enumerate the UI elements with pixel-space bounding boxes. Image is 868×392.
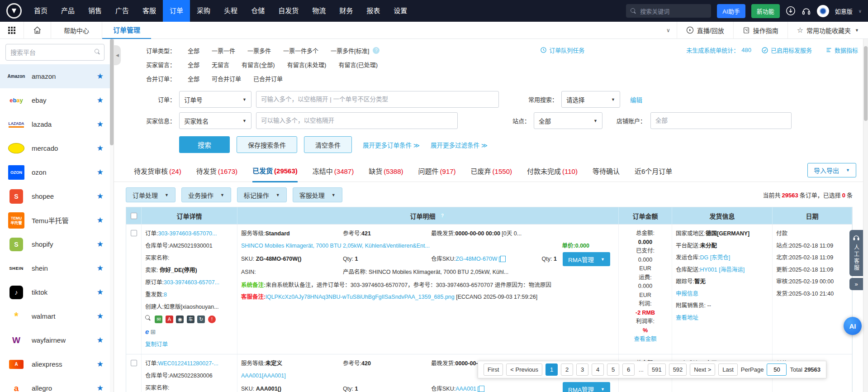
help-center-tab[interactable]: 帮助中心 xyxy=(51,26,102,35)
edit-common-search-link[interactable]: 编辑 xyxy=(630,95,642,104)
tab-discarded[interactable]: 已废弃(1550) xyxy=(471,166,512,182)
nav-item-service[interactable]: 客服 xyxy=(136,0,163,22)
alert-icon[interactable]: ! xyxy=(208,316,216,323)
sidebar-item-shopee[interactable]: S shopee ★ xyxy=(0,184,114,208)
ai-floating-button[interactable]: AI xyxy=(844,317,862,335)
platform-search-input[interactable] xyxy=(5,44,104,61)
page-first-button[interactable]: First xyxy=(484,363,503,376)
tab-problem[interactable]: 问题件(917) xyxy=(418,166,456,182)
per-page-input[interactable] xyxy=(767,363,787,376)
favorite-star-icon[interactable]: ★ xyxy=(97,215,104,225)
tag-service-status[interactable]: 已启用标发服务 xyxy=(761,46,812,54)
more-order-conditions-link[interactable]: 展开更多订单条件 ≫ xyxy=(363,140,420,149)
nav-item-settings[interactable]: 设置 xyxy=(387,0,414,22)
ai-assistant-button[interactable]: AI助手 xyxy=(717,4,745,18)
clear-conditions-button[interactable]: 清空条件 xyxy=(304,136,352,153)
copy-sku-icon[interactable] xyxy=(499,257,503,262)
amazon-tag-icon[interactable]: A xyxy=(166,316,173,323)
logistics-truck-icon[interactable]: 车 xyxy=(187,316,194,323)
more-filter-conditions-link[interactable]: 展开更多过滤条件 ≫ xyxy=(431,140,488,149)
sidebar-item-tiktok[interactable]: ♪ tiktok ★ xyxy=(0,280,114,304)
sidebar-item-mercado[interactable]: mercado ★ xyxy=(0,136,114,160)
resend-count-link[interactable]: 8 xyxy=(164,292,167,298)
favorite-star-icon[interactable]: ★ xyxy=(97,287,104,297)
page-next-button[interactable]: Next > xyxy=(690,363,715,376)
favorite-star-icon[interactable]: ★ xyxy=(97,191,104,201)
favorite-star-icon[interactable]: ★ xyxy=(97,263,104,273)
message-icon[interactable]: ✉ xyxy=(155,316,162,323)
download-icon[interactable] xyxy=(786,6,796,16)
panel-expand-button[interactable]: » xyxy=(849,278,863,290)
merge-option-2[interactable]: 已合并订单 xyxy=(253,74,283,83)
order-type-option-all[interactable]: 全部 xyxy=(188,46,199,55)
sidebar-item-lazada[interactable]: LAZADA lazada ★ xyxy=(0,112,114,136)
favorite-star-icon[interactable]: ★ xyxy=(97,239,104,249)
merge-option-1[interactable]: 可合并订单 xyxy=(212,74,241,83)
sidebar-item-shein[interactable]: SHEIN shein ★ xyxy=(0,256,114,280)
order-type-select[interactable]: 订单号▼ xyxy=(179,91,251,108)
order-number-link[interactable]: WEC0122411280027-... xyxy=(158,360,218,367)
store-account-input[interactable] xyxy=(650,112,792,129)
new-feature-button[interactable]: 新功能 xyxy=(751,4,780,18)
order-type-option-3[interactable]: 一票一件多个 xyxy=(283,46,318,55)
tab-out-of-stock[interactable]: 缺货(5388) xyxy=(369,166,403,182)
page-number-4[interactable]: 4 xyxy=(592,363,604,376)
business-ops-menu[interactable]: 业务操作▼ xyxy=(181,187,231,202)
favorite-star-icon[interactable]: ★ xyxy=(97,120,104,129)
search-button[interactable]: 搜索 xyxy=(179,136,230,153)
warehouse-sku-link[interactable]: AAA001 xyxy=(455,383,476,392)
warehouse-delivery-link[interactable]: HY001 [海邑海运] xyxy=(700,267,745,273)
product-title-link[interactable]: SHINCO Mobiles Klimagerät, 7000 BTU 2,05… xyxy=(241,240,562,252)
cs-note-file-link[interactable]: lQLPKcXz0AJy78HNAq3NBU-wTuS8iUhBgFgIlSaS… xyxy=(266,294,455,300)
tab-last-6-months[interactable]: 近6个月订单 xyxy=(635,166,672,182)
tab-pending-review[interactable]: 待发货审核(24) xyxy=(134,166,181,182)
favorite-star-icon[interactable]: ★ xyxy=(97,167,104,177)
tab-payment-incomplete[interactable]: 付款未完成(110) xyxy=(527,166,578,182)
buyer-msg-option-all[interactable]: 全部 xyxy=(188,60,199,69)
product-title-link[interactable]: AAA001[AAA001] xyxy=(241,370,286,382)
user-avatar[interactable] xyxy=(817,5,829,17)
sidebar-item-shopify[interactable]: S shopify ★ xyxy=(0,232,114,256)
sidebar-item-ozon[interactable]: OZON ozon ★ xyxy=(0,160,114,184)
favorite-star-icon[interactable]: ★ xyxy=(97,383,104,392)
version-label[interactable]: 如意版 xyxy=(835,7,853,15)
sidebar-item-allegro[interactable]: a allegro ★ xyxy=(0,376,114,392)
nav-item-first-leg[interactable]: 头程 xyxy=(217,0,244,22)
favorite-star-icon[interactable]: ★ xyxy=(97,359,104,369)
buyer-msg-option-2[interactable]: 有留言(全部) xyxy=(242,60,275,69)
page-number-591[interactable]: 591 xyxy=(648,363,666,376)
sidebar-item-wayfairnew[interactable]: W wayfairnew ★ xyxy=(0,328,114,352)
sidebar-scrollbar[interactable] xyxy=(110,39,114,392)
declare-info-link[interactable]: 申报信息 xyxy=(676,291,698,297)
help-icon[interactable]: ? xyxy=(373,47,379,54)
tab-shipped[interactable]: 已发货(29563) xyxy=(252,166,298,182)
buyer-msg-option-1[interactable]: 无留言 xyxy=(212,60,229,69)
nav-item-orders[interactable]: 订单 xyxy=(163,0,190,22)
photo-icon[interactable]: ◉ xyxy=(176,316,184,323)
select-all-checkbox[interactable] xyxy=(131,213,137,219)
import-export-button[interactable]: 导入导出▼ xyxy=(807,163,856,177)
live-replay-button[interactable]: 直播/回放 xyxy=(677,26,733,35)
view-address-link[interactable]: 查看地址 xyxy=(676,315,698,321)
zoom-search-icon[interactable] xyxy=(145,315,151,321)
rma-manage-button[interactable]: RMA管理▼ xyxy=(563,252,610,266)
ship-warehouse-link[interactable]: DG [东莞仓] xyxy=(700,254,730,261)
sidebar-item-ebay[interactable]: ebay ebay ★ xyxy=(0,88,114,112)
view-amount-link[interactable]: 查看金额 xyxy=(634,336,656,342)
order-type-option-4[interactable]: 一票多件[标准] xyxy=(331,46,369,55)
refresh-icon[interactable]: ↻ xyxy=(197,316,205,323)
tab-awaiting-confirm[interactable]: 等待确认 xyxy=(593,166,620,182)
cs-process-menu[interactable]: 客服处理▼ xyxy=(293,187,342,202)
row-checkbox[interactable] xyxy=(131,360,137,366)
tab-order-management[interactable]: 订单管理 xyxy=(102,22,151,39)
nav-item-reports[interactable]: 报表 xyxy=(360,0,387,22)
nav-item-sales[interactable]: 销售 xyxy=(81,0,109,22)
sidebar-item-walmart[interactable]: * walmart ★ xyxy=(0,304,114,328)
data-metrics-link[interactable]: 数据指标 xyxy=(825,46,858,54)
grid-mini-icon[interactable]: ⊞ xyxy=(151,328,156,335)
row-checkbox[interactable] xyxy=(131,230,137,236)
copy-order-link[interactable]: 复制订单 xyxy=(145,341,168,348)
headset-icon[interactable] xyxy=(802,6,811,16)
ungenerated-orders-stat[interactable]: 未生成系统单统计：480 xyxy=(686,46,751,54)
page-number-6[interactable]: 6 xyxy=(622,363,635,376)
